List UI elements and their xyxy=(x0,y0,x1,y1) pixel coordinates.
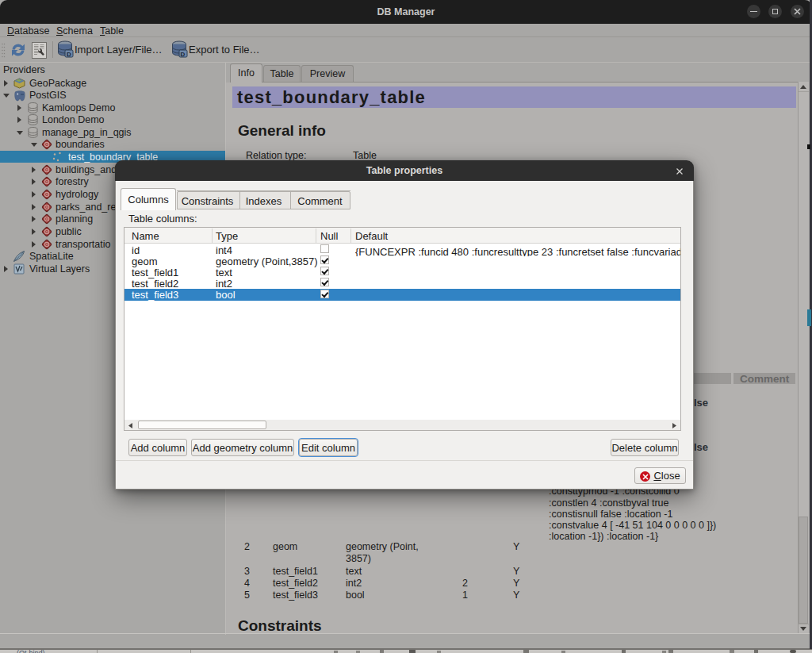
svg-text:D: D xyxy=(67,51,71,58)
svg-text:D: D xyxy=(181,51,186,58)
